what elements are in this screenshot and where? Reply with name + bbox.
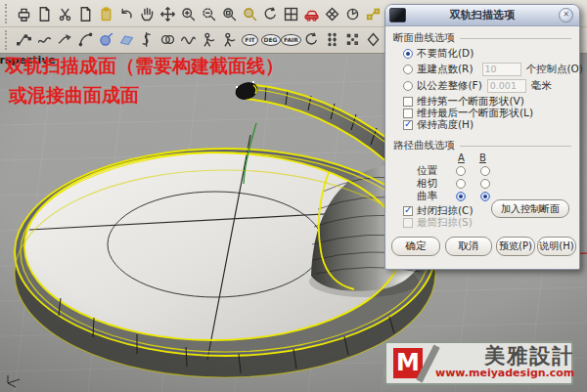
undo-icon[interactable] — [116, 2, 137, 25]
checkbox-icon[interactable] — [403, 109, 413, 118]
fit-curve-icon[interactable]: FIT — [240, 28, 260, 52]
sketch-curve-icon[interactable] — [55, 28, 75, 52]
radio-tangency-b[interactable] — [480, 179, 490, 189]
radio-position-a[interactable] — [456, 166, 466, 176]
annotation-line-2: 或混接曲面成面 — [9, 86, 139, 105]
checkbox-icon — [403, 218, 413, 228]
pan-icon[interactable] — [137, 2, 158, 25]
radio-refit[interactable]: 以公差整修(F) 0.001 毫米 — [403, 79, 552, 93]
cross-section-group-header: 断面曲线选项 — [393, 31, 571, 45]
ok-button[interactable]: 确定 — [391, 237, 440, 256]
lens-circles-icon[interactable] — [158, 28, 178, 52]
move-view-icon[interactable] — [158, 2, 178, 25]
radio-icon[interactable] — [403, 65, 413, 74]
help-button[interactable]: 说明(H) — [537, 237, 576, 256]
zoom-window-icon[interactable] — [219, 2, 240, 25]
match-points-icon[interactable] — [322, 28, 342, 52]
rotate-curve-icon[interactable] — [301, 28, 322, 52]
check-simple-sweep: 最简扫掠(S) — [403, 216, 473, 230]
zoom-dynamic-icon[interactable] — [199, 2, 219, 25]
toolbar-grip[interactable] — [5, 30, 11, 50]
control-point-curve-icon[interactable] — [14, 28, 34, 52]
brand-url: www.meiyadesign.com — [435, 367, 574, 379]
paste-icon[interactable] — [96, 2, 116, 25]
dialog-title: 双轨扫描选项 — [406, 8, 559, 22]
section-curve-icon[interactable] — [137, 28, 158, 52]
preview-button[interactable]: 预览(P) — [496, 237, 535, 256]
surface-patch-icon[interactable] — [116, 28, 137, 52]
point-grid-icon[interactable] — [342, 28, 363, 52]
cut-icon[interactable] — [55, 2, 75, 25]
rail-row-tangency: 相切 — [417, 177, 494, 191]
rail-row-position: 位置 — [417, 164, 494, 178]
radio-icon[interactable] — [403, 81, 413, 91]
checkbox-icon[interactable] — [403, 120, 413, 130]
interpolate-curve-icon[interactable] — [34, 28, 55, 52]
sweep2-options-dialog: 双轨扫描选项 ✕ 断面曲线选项 不要简化(D) 重建点数(R) 10 个控制点(… — [384, 4, 580, 270]
print-icon[interactable] — [14, 2, 34, 25]
rail-col-a: A — [458, 152, 465, 163]
mesh-icon[interactable] — [322, 2, 342, 25]
radio-no-simplify[interactable]: 不要简化(D) — [403, 47, 474, 61]
add-slash-button[interactable]: 加入控制断面 — [491, 199, 569, 218]
cancel-button[interactable]: 取消 — [445, 237, 492, 256]
fair-curve-icon[interactable]: FAIR — [281, 28, 301, 52]
export-file-icon[interactable] — [34, 2, 55, 25]
rebuild-count-input[interactable]: 10 — [482, 63, 521, 76]
check-maintain-height[interactable]: 保持高度(H) — [403, 118, 474, 132]
set-view-icon[interactable] — [342, 2, 363, 25]
wave-curve-icon[interactable] — [178, 28, 199, 52]
rail-group-header: 路径曲线选项 — [393, 139, 571, 152]
radio-curvature-a[interactable] — [456, 192, 466, 201]
person-tool-b-icon[interactable] — [219, 28, 240, 52]
viewport-layout-icon[interactable] — [281, 2, 301, 25]
dialog-titlebar[interactable]: 双轨扫描选项 ✕ — [385, 5, 579, 26]
block-diagram-icon[interactable] — [363, 2, 384, 25]
checkbox-icon[interactable] — [403, 206, 413, 216]
radio-icon[interactable] — [403, 49, 413, 59]
dialog-app-icon — [389, 8, 406, 22]
rail-col-b: B — [479, 152, 486, 163]
zoom-extents-icon[interactable] — [240, 2, 260, 25]
brand-name: 美雅設計 — [484, 346, 574, 367]
arc-icon[interactable] — [75, 28, 96, 52]
car-block-icon[interactable] — [301, 2, 322, 25]
radio-rebuild[interactable]: 重建点数(R) 10 个控制点(O) — [403, 63, 583, 76]
app-window: { "toolbar": { "row1": [ {"name":"print"… — [0, 0, 587, 392]
radio-tangency-a[interactable] — [456, 179, 466, 189]
copy-icon[interactable] — [75, 2, 96, 25]
watermark-logo: M 美雅設計 www.meiyadesign.com — [384, 341, 573, 385]
toolbar-grip[interactable] — [5, 4, 11, 23]
radio-curvature-b[interactable] — [480, 192, 490, 201]
rail-row-curvature: 曲率 — [417, 190, 494, 203]
radio-position-b[interactable] — [480, 166, 490, 176]
annotation-line-1: 双轨扫描成面（需要构建截面线） — [5, 57, 284, 75]
checkbox-icon[interactable] — [403, 97, 413, 107]
zoom-in-icon[interactable] — [178, 2, 199, 25]
tolerance-input[interactable]: 0.001 — [487, 79, 526, 93]
rotate-view-icon[interactable] — [260, 2, 281, 25]
close-icon[interactable]: ✕ — [559, 8, 573, 22]
person-tool-a-icon[interactable] — [199, 28, 219, 52]
diamond-tool-icon[interactable] — [363, 28, 384, 52]
sphere-icon[interactable] — [96, 28, 116, 52]
change-degree-icon[interactable]: DEG — [260, 28, 281, 52]
